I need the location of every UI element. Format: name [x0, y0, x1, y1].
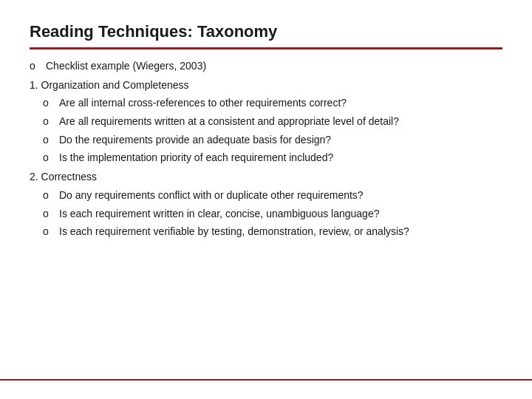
item-text: Is the implementation priority of each r…: [59, 150, 502, 166]
checklist-header-row: o Checklist example (Wiegers, 2003): [30, 58, 502, 75]
list-item: o Do any requirements conflict with or d…: [30, 188, 502, 204]
bullet-marker: o: [43, 206, 59, 222]
slide-content: o Checklist example (Wiegers, 2003) 1. O…: [30, 58, 502, 240]
item-text: Are all internal cross-references to oth…: [59, 95, 502, 112]
checklist-header-text: Checklist example (Wiegers, 2003): [46, 58, 502, 75]
item-text: Are all requirements written at a consis…: [59, 114, 502, 130]
item-text: Do any requirements conflict with or dup…: [59, 188, 502, 204]
section1-heading: 1. Organization and Completeness: [30, 78, 502, 94]
section2-heading: 2. Correctness: [30, 169, 502, 185]
list-item: o Is each requirement verifiable by test…: [30, 224, 502, 240]
bottom-divider: [0, 379, 532, 381]
item-text: Is each requirement written in clear, co…: [59, 206, 502, 222]
list-item: o Are all internal cross-references to o…: [30, 95, 502, 112]
list-item: o Are all requirements written at a cons…: [30, 114, 502, 130]
bullet-marker: o: [43, 150, 59, 166]
bullet-marker-header: o: [30, 58, 46, 75]
list-item: o Do the requirements provide an adequat…: [30, 132, 502, 149]
bullet-marker: o: [43, 188, 59, 204]
bullet-marker: o: [43, 224, 59, 240]
top-divider: [30, 47, 502, 50]
item-text: Is each requirement verifiable by testin…: [59, 224, 502, 240]
bullet-marker: o: [43, 95, 59, 112]
list-item: o Is each requirement written in clear, …: [30, 206, 502, 222]
item-text: Do the requirements provide an adequate …: [59, 132, 502, 149]
list-item: o Is the implementation priority of each…: [30, 150, 502, 166]
slide: Reading Techniques: Taxonomy o Checklist…: [0, 0, 532, 399]
slide-title: Reading Techniques: Taxonomy: [30, 22, 502, 41]
bullet-marker: o: [43, 132, 59, 149]
bullet-marker: o: [43, 114, 59, 130]
